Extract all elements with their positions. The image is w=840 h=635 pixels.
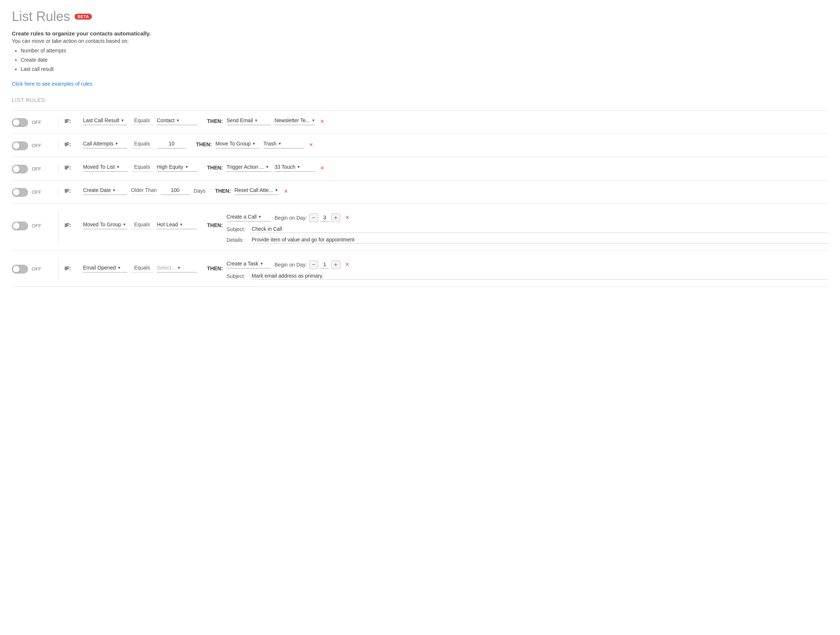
rule-4-off-label: OFF [32,190,41,195]
section-title: LIST RULES: [12,97,828,103]
bullet-2: Create date [21,55,828,65]
rule-2-if-field[interactable]: Call Attempts ▾ [83,141,127,148]
chevron-down-icon: ▾ [180,222,182,227]
day-increment-button[interactable]: + [332,213,340,222]
rule-4-delete-button[interactable]: × [282,188,289,194]
beta-badge: BETA [74,14,92,20]
separator [58,164,59,174]
days-label: Days [194,188,205,194]
rule-6-value[interactable]: Select... ▾ [157,265,197,272]
rule-4-then-action[interactable]: Reset Call Atte... ▾ [234,187,279,195]
subject-label: Subject: [227,226,249,232]
chevron-down-icon: ▾ [259,214,261,219]
rule-2-value[interactable]: 10 [157,141,186,148]
rule-6-if-field[interactable]: Email Opened ▾ [83,265,127,272]
then-label: THEN: [207,265,223,271]
details-value: Provide item of value and go for appoint… [252,237,828,244]
rule-3-content: IF: Moved To List ▾ Equals High Equity ▾… [65,164,828,172]
rule-5-then-block: Create a Call ▾ Begin on Day: − 3 + × Su… [223,210,828,244]
rule-5-value[interactable]: Hot Lead ▾ [157,221,197,229]
then-row-1: Create a Call ▾ Begin on Day: − 3 + × [227,213,828,222]
rule-5-toggle[interactable] [12,221,28,231]
then-label: THEN: [207,118,223,124]
rule-toggle-section: OFF [12,117,52,127]
if-label: IF: [65,165,79,171]
if-label: IF: [65,222,79,228]
rule-2-toggle[interactable] [12,141,28,150]
if-label: IF: [65,118,79,124]
rule-3-condition: Equals [131,164,153,172]
rule-4-toggle[interactable] [12,188,28,197]
rule-1-if-field[interactable]: Last Call Result ▾ [83,117,127,125]
chevron-down-icon: ▾ [297,164,300,169]
if-block: IF: Moved To Group ▾ Equals Hot Lead ▾ T… [65,210,223,229]
rule-2-condition: Equals [131,141,153,148]
rule-4-if-field[interactable]: Create Date ▾ [83,187,127,195]
rule-row: OFF IF: Email Opened ▾ Equals Select... … [12,251,828,287]
begin-day-label: Begin on Day: [275,215,307,221]
rule-toggle-section: OFF [12,210,52,231]
rule-1-then-value[interactable]: Newsletter Te... ▾ [275,117,315,125]
rule-3-delete-button[interactable]: × [319,165,326,171]
rule-6-then-action[interactable]: Create a Task ▾ [227,261,271,269]
rule-2-then-action[interactable]: Move To Group ▾ [216,141,260,148]
chevron-down-icon: ▾ [261,261,263,266]
rule-row: OFF IF: Create Date ▾ Older Than 100 D [12,180,828,204]
rule-toggle-section: OFF [12,257,52,273]
rule-1-content: IF: Last Call Result ▾ Equals Contact ▾ … [65,117,828,125]
details-label: Details: [227,237,249,243]
rule-3-then-action[interactable]: Trigger Action ... ▾ [227,164,271,172]
rule-6-toggle[interactable] [12,265,28,273]
rule-3-toggle[interactable] [12,165,28,174]
rule-4-condition: Older Than [131,187,157,195]
subject-value: Mark email address as primary. [252,273,828,280]
then-label: THEN: [215,188,231,194]
rule-5-condition: Equals [131,221,153,229]
then-row-1: Create a Task ▾ Begin on Day: − 1 + × [227,260,828,269]
bullet-3: Last call result [21,65,828,74]
day-number: 3 [321,214,329,221]
examples-link[interactable]: Click here to see examples of rules [12,81,92,87]
day-decrement-button[interactable]: − [309,213,318,222]
chevron-down-icon: ▾ [178,265,180,270]
rule-6-then-block: Create a Task ▾ Begin on Day: − 1 + × Su… [223,257,828,280]
separator [58,117,59,127]
chevron-down-icon: ▾ [177,118,179,123]
rule-5-if-field[interactable]: Moved To Group ▾ [83,221,127,229]
chevron-down-icon: ▾ [122,118,124,123]
rule-5-delete-button[interactable]: × [344,214,351,221]
rule-2-content: IF: Call Attempts ▾ Equals 10 THEN: [65,141,828,148]
rule-3-value[interactable]: High Equity ▾ [157,164,197,172]
chevron-down-icon: ▾ [279,141,281,146]
rule-1-value[interactable]: Contact ▾ [157,117,197,125]
separator [58,257,59,280]
rule-2-then-value[interactable]: Trash ▾ [264,141,304,148]
rule-5-then-action[interactable]: Create a Call ▾ [227,214,271,221]
rule-2-off-label: OFF [32,143,41,148]
rule-6-condition: Equals [131,265,153,272]
if-label: IF: [65,188,79,194]
rule-1-delete-button[interactable]: × [319,118,326,125]
chevron-down-icon: ▾ [255,118,257,123]
rule-3-then-value[interactable]: 33 Touch ▾ [275,164,315,172]
day-decrement-button[interactable]: − [309,260,318,269]
rule-1-then-action[interactable]: Send Email ▾ [227,117,271,125]
separator [58,187,59,197]
rule-1-condition: Equals [131,117,153,125]
chevron-down-icon: ▾ [113,188,115,193]
rule-4-value[interactable]: 100 [161,187,190,195]
day-number: 1 [321,261,329,269]
rule-6-off-label: OFF [32,266,41,272]
rule-1-toggle[interactable] [12,118,28,127]
then-label: THEN: [207,165,223,171]
day-increment-button[interactable]: + [332,260,340,269]
rule-6-delete-button[interactable]: × [344,261,351,268]
chevron-down-icon: ▾ [275,188,278,193]
description-subtext: You can move or take action on contacts … [12,38,828,44]
if-block: IF: Call Attempts ▾ Equals 10 THEN: [65,141,314,148]
rule-2-delete-button[interactable]: × [308,141,315,148]
bullet-1: Number of attempts [21,46,828,55]
if-block: IF: Moved To List ▾ Equals High Equity ▾… [65,164,325,172]
rule-toggle-section: OFF [12,141,52,150]
rule-3-if-field[interactable]: Moved To List ▾ [83,164,127,172]
